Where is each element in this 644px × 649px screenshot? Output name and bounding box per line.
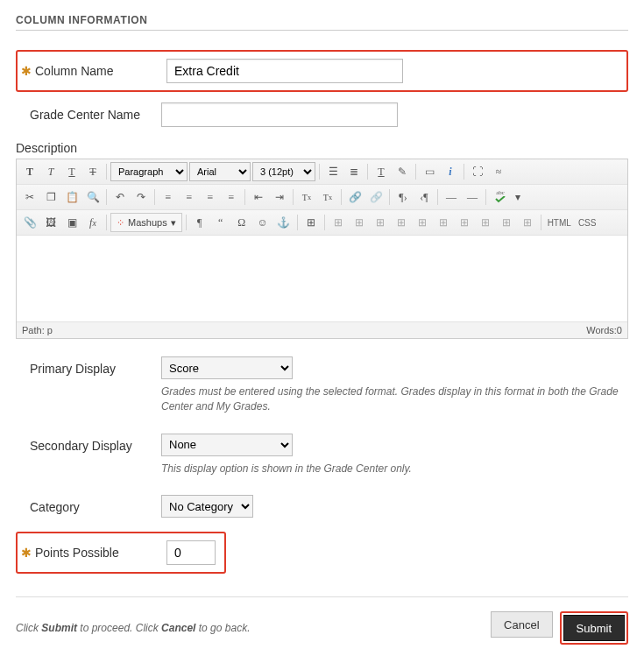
category-select[interactable]: No Category	[161, 495, 253, 518]
unlink-icon[interactable]: 🔗	[366, 187, 386, 207]
split-cells-icon[interactable]: ⊞	[518, 213, 537, 232]
points-possible-input[interactable]	[166, 540, 216, 565]
insert-col-before-icon[interactable]: ⊞	[434, 213, 453, 232]
mashups-button[interactable]: ⁘ Mashups ▾	[110, 213, 182, 232]
redo-icon[interactable]: ↷	[131, 187, 151, 207]
paste-icon[interactable]: 📋	[62, 187, 81, 207]
emoticon-icon[interactable]: ☺	[253, 213, 272, 232]
link-icon[interactable]: 🔗	[345, 187, 364, 207]
secondary-display-label: Secondary Display	[30, 439, 132, 453]
insert-col-after-icon[interactable]: ⊞	[455, 213, 474, 232]
secondary-display-select[interactable]: None	[161, 434, 293, 456]
attach-file-icon[interactable]: 📎	[20, 213, 39, 232]
primary-display-select[interactable]: Score	[161, 356, 293, 379]
subscript-icon[interactable]: Tx	[318, 187, 337, 207]
editor-path: Path: p	[22, 325, 53, 335]
highlight-submit: Submit	[560, 611, 628, 645]
insert-table-icon[interactable]: ⊞	[301, 213, 321, 232]
category-label: Category	[30, 500, 80, 514]
blockquote-icon[interactable]: “	[211, 213, 230, 232]
footer: Click Submit to proceed. Click Cancel to…	[16, 596, 628, 645]
rich-text-editor: T T T T Paragraph Arial 3 (12pt) ☰ ≣ T ✎…	[16, 159, 628, 339]
mashups-icon: ⁘	[117, 217, 124, 229]
collapse-icon[interactable]: ≈	[489, 162, 508, 181]
outdent-icon[interactable]: ⇤	[249, 187, 268, 207]
required-icon: ✱	[21, 64, 30, 78]
merge-cells-icon[interactable]: ⊞	[497, 213, 516, 232]
hr-icon[interactable]: —	[442, 187, 461, 207]
numbered-list-icon[interactable]: ≣	[344, 162, 364, 181]
editor-footer: Path: p Words:0	[17, 321, 627, 338]
align-left-icon[interactable]: ≡	[159, 187, 178, 207]
indent-icon[interactable]: ⇥	[270, 187, 289, 207]
italic-icon[interactable]: T	[41, 162, 60, 181]
toolbar-row-2: ✂ ❐ 📋 🔍 ↶ ↷ ≡ ≡ ≡ ≡ ⇤ ⇥ Tx Tx 🔗 🔗 ¶› ‹¶	[17, 185, 627, 210]
symbol-icon[interactable]: Ω	[232, 213, 251, 232]
column-name-label: Column Name	[35, 64, 113, 78]
toolbar-row-3: 📎 🖼 ▣ fx ⁘ Mashups ▾ ¶ “ Ω ☺ ⚓ ⊞ ⊞ ⊞ ⊞ ⊞…	[17, 210, 627, 236]
fullscreen-icon[interactable]: ⛶	[468, 162, 487, 181]
font-size-select[interactable]: 3 (12pt)	[252, 162, 315, 181]
insert-image-icon[interactable]: 🖼	[41, 213, 60, 232]
insert-row-after-icon[interactable]: ⊞	[392, 213, 411, 232]
highlight-column-name: ✱ Column Name	[16, 50, 628, 92]
footer-instruction: Click Submit to proceed. Click Cancel to…	[16, 622, 250, 634]
submit-button[interactable]: Submit	[563, 615, 625, 641]
insert-row-before-icon[interactable]: ⊞	[371, 213, 390, 232]
nbsp-icon[interactable]: ―	[463, 187, 482, 207]
help-icon[interactable]: i	[441, 162, 460, 181]
bold-icon[interactable]: T	[20, 162, 39, 181]
underline-icon[interactable]: T	[62, 162, 81, 181]
column-name-input[interactable]	[166, 59, 403, 83]
primary-display-help: Grades must be entered using the selecte…	[161, 384, 628, 414]
spellcheck-icon[interactable]	[490, 187, 511, 207]
paragraph-format-select[interactable]: Paragraph	[110, 162, 188, 181]
rtl-icon[interactable]: ‹¶	[414, 187, 434, 207]
undo-icon[interactable]: ↶	[110, 187, 130, 207]
grade-center-name-input[interactable]	[161, 102, 398, 127]
text-color-icon[interactable]: T	[372, 162, 391, 181]
section-header: COLUMN INFORMATION	[16, 14, 628, 31]
table-row-props-icon[interactable]: ⊞	[329, 213, 348, 232]
math-editor-icon[interactable]: fx	[83, 213, 103, 232]
strikethrough-icon[interactable]: T	[83, 162, 103, 181]
align-center-icon[interactable]: ≡	[180, 187, 199, 207]
highlight-points-possible: ✱ Points Possible	[16, 532, 226, 574]
toolbar-row-1: T T T T Paragraph Arial 3 (12pt) ☰ ≣ T ✎…	[17, 159, 627, 185]
spellcheck-dropdown-icon[interactable]: ▾	[513, 187, 523, 207]
secondary-display-help: This display option is shown in the Grad…	[161, 462, 628, 476]
find-icon[interactable]: 🔍	[83, 187, 103, 207]
show-nonprinting-icon[interactable]: ¶	[190, 213, 209, 232]
insert-media-icon[interactable]: ▣	[62, 213, 81, 232]
anchor-icon[interactable]: ⚓	[274, 213, 294, 232]
ltr-icon[interactable]: ¶›	[393, 187, 413, 207]
cancel-button[interactable]: Cancel	[491, 611, 552, 638]
copy-icon[interactable]: ❐	[41, 187, 60, 207]
align-justify-icon[interactable]: ≡	[222, 187, 241, 207]
cut-icon[interactable]: ✂	[20, 187, 39, 207]
delete-row-icon[interactable]: ⊞	[413, 213, 432, 232]
grade-center-name-label: Grade Center Name	[30, 108, 140, 122]
align-right-icon[interactable]: ≡	[201, 187, 220, 207]
superscript-icon[interactable]: Tx	[297, 187, 316, 207]
bullet-list-icon[interactable]: ☰	[323, 162, 343, 181]
primary-display-label: Primary Display	[30, 362, 116, 376]
points-possible-label: Points Possible	[35, 546, 119, 560]
editor-textarea[interactable]	[17, 236, 627, 321]
highlight-color-icon[interactable]: ✎	[393, 162, 412, 181]
required-icon: ✱	[21, 546, 30, 560]
table-cell-props-icon[interactable]: ⊞	[350, 213, 369, 232]
description-label: Description	[16, 141, 628, 155]
html-button[interactable]: HTML	[545, 218, 574, 228]
font-family-select[interactable]: Arial	[189, 162, 251, 181]
preview-icon[interactable]: ▭	[420, 162, 439, 181]
editor-wordcount: Words:0	[586, 325, 622, 335]
delete-col-icon[interactable]: ⊞	[476, 213, 495, 232]
css-button[interactable]: CSS	[576, 218, 599, 228]
